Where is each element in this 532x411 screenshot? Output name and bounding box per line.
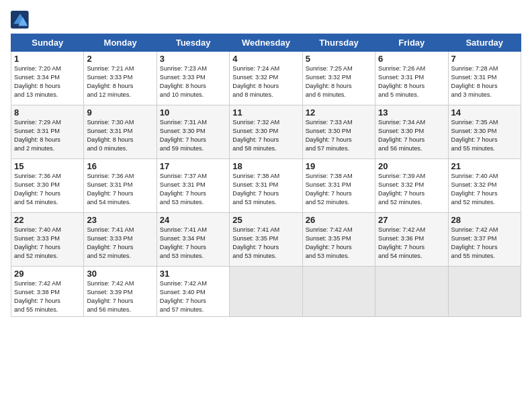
day-info: Sunrise: 7:40 AM Sunset: 3:32 PM Dayligh… [451,172,518,207]
day-info: Sunrise: 7:36 AM Sunset: 3:30 PM Dayligh… [14,172,81,207]
day-number: 14 [451,107,518,118]
calendar-header-row: SundayMondayTuesdayWednesdayThursdayFrid… [11,34,521,52]
logo-icon [11,11,30,30]
day-number: 28 [451,215,518,225]
calendar-cell: 14Sunrise: 7:35 AM Sunset: 3:30 PM Dayli… [448,105,521,159]
calendar-cell [448,267,521,317]
day-info: Sunrise: 7:38 AM Sunset: 3:31 PM Dayligh… [306,172,372,207]
calendar-cell: 9Sunrise: 7:30 AM Sunset: 3:31 PM Daylig… [84,105,157,159]
calendar-cell: 23Sunrise: 7:41 AM Sunset: 3:33 PM Dayli… [84,213,157,267]
day-info: Sunrise: 7:31 AM Sunset: 3:30 PM Dayligh… [160,118,226,153]
weekday-header: Thursday [302,34,375,52]
day-number: 17 [160,161,226,171]
page-header [11,8,521,30]
day-info: Sunrise: 7:30 AM Sunset: 3:31 PM Dayligh… [87,118,153,153]
day-info: Sunrise: 7:37 AM Sunset: 3:31 PM Dayligh… [160,172,226,207]
day-info: Sunrise: 7:26 AM Sunset: 3:31 PM Dayligh… [378,64,445,99]
day-info: Sunrise: 7:23 AM Sunset: 3:33 PM Dayligh… [160,64,226,99]
day-number: 23 [87,215,153,225]
day-info: Sunrise: 7:42 AM Sunset: 3:37 PM Dayligh… [451,226,518,261]
calendar-cell: 26Sunrise: 7:42 AM Sunset: 3:35 PM Dayli… [302,213,375,267]
day-number: 3 [160,54,226,64]
weekday-header: Friday [375,34,448,52]
day-number: 19 [306,161,372,171]
day-number: 9 [87,107,153,118]
day-info: Sunrise: 7:24 AM Sunset: 3:32 PM Dayligh… [232,64,299,99]
day-number: 30 [87,269,153,279]
calendar-cell: 12Sunrise: 7:33 AM Sunset: 3:30 PM Dayli… [302,105,375,159]
day-number: 27 [378,215,445,225]
calendar-cell: 24Sunrise: 7:41 AM Sunset: 3:34 PM Dayli… [157,213,229,267]
weekday-header: Monday [84,34,157,52]
day-number: 2 [87,54,153,64]
calendar-table: SundayMondayTuesdayWednesdayThursdayFrid… [11,34,521,317]
calendar-cell: 19Sunrise: 7:38 AM Sunset: 3:31 PM Dayli… [302,159,375,213]
day-info: Sunrise: 7:42 AM Sunset: 3:36 PM Dayligh… [378,226,445,261]
weekday-header: Sunday [11,34,84,52]
day-info: Sunrise: 7:41 AM Sunset: 3:35 PM Dayligh… [232,226,299,261]
calendar-cell: 15Sunrise: 7:36 AM Sunset: 3:30 PM Dayli… [11,159,84,213]
weekday-header: Tuesday [157,34,229,52]
day-info: Sunrise: 7:39 AM Sunset: 3:32 PM Dayligh… [378,172,445,207]
day-number: 18 [232,161,299,171]
day-number: 25 [232,215,299,225]
day-number: 22 [14,215,81,225]
calendar-cell: 6Sunrise: 7:26 AM Sunset: 3:31 PM Daylig… [375,52,448,105]
day-number: 1 [14,54,81,64]
day-info: Sunrise: 7:32 AM Sunset: 3:30 PM Dayligh… [232,118,299,153]
day-number: 11 [232,107,299,118]
day-number: 7 [451,54,518,64]
day-info: Sunrise: 7:41 AM Sunset: 3:33 PM Dayligh… [87,226,153,261]
day-info: Sunrise: 7:25 AM Sunset: 3:32 PM Dayligh… [306,64,372,99]
page-container: SundayMondayTuesdayWednesdayThursdayFrid… [0,0,532,411]
day-number: 26 [306,215,372,225]
day-info: Sunrise: 7:20 AM Sunset: 3:34 PM Dayligh… [14,64,81,99]
calendar-cell: 18Sunrise: 7:38 AM Sunset: 3:31 PM Dayli… [230,159,302,213]
calendar-cell: 5Sunrise: 7:25 AM Sunset: 3:32 PM Daylig… [302,52,375,105]
calendar-body: 1Sunrise: 7:20 AM Sunset: 3:34 PM Daylig… [11,52,521,317]
calendar-cell: 22Sunrise: 7:40 AM Sunset: 3:33 PM Dayli… [11,213,84,267]
calendar-cell [230,267,302,317]
calendar-cell: 13Sunrise: 7:34 AM Sunset: 3:30 PM Dayli… [375,105,448,159]
calendar-cell: 28Sunrise: 7:42 AM Sunset: 3:37 PM Dayli… [448,213,521,267]
calendar-cell: 11Sunrise: 7:32 AM Sunset: 3:30 PM Dayli… [230,105,302,159]
calendar-cell: 25Sunrise: 7:41 AM Sunset: 3:35 PM Dayli… [230,213,302,267]
weekday-header: Wednesday [230,34,302,52]
calendar-cell: 16Sunrise: 7:36 AM Sunset: 3:31 PM Dayli… [84,159,157,213]
calendar-cell: 21Sunrise: 7:40 AM Sunset: 3:32 PM Dayli… [448,159,521,213]
day-info: Sunrise: 7:28 AM Sunset: 3:31 PM Dayligh… [451,64,518,99]
calendar-cell: 17Sunrise: 7:37 AM Sunset: 3:31 PM Dayli… [157,159,229,213]
day-number: 6 [378,54,445,64]
day-info: Sunrise: 7:34 AM Sunset: 3:30 PM Dayligh… [378,118,445,153]
day-info: Sunrise: 7:35 AM Sunset: 3:30 PM Dayligh… [451,118,518,153]
calendar-cell: 31Sunrise: 7:42 AM Sunset: 3:40 PM Dayli… [157,267,229,317]
calendar-cell: 3Sunrise: 7:23 AM Sunset: 3:33 PM Daylig… [157,52,229,105]
day-number: 31 [160,269,226,279]
calendar-cell: 29Sunrise: 7:42 AM Sunset: 3:38 PM Dayli… [11,267,84,317]
logo [11,11,31,30]
day-info: Sunrise: 7:36 AM Sunset: 3:31 PM Dayligh… [87,172,153,207]
day-number: 13 [378,107,445,118]
calendar-cell: 2Sunrise: 7:21 AM Sunset: 3:33 PM Daylig… [84,52,157,105]
calendar-cell: 1Sunrise: 7:20 AM Sunset: 3:34 PM Daylig… [11,52,84,105]
day-number: 15 [14,161,81,171]
calendar-cell [375,267,448,317]
day-number: 10 [160,107,226,118]
day-info: Sunrise: 7:42 AM Sunset: 3:39 PM Dayligh… [87,279,153,314]
day-info: Sunrise: 7:38 AM Sunset: 3:31 PM Dayligh… [232,172,299,207]
day-number: 5 [306,54,372,64]
day-info: Sunrise: 7:42 AM Sunset: 3:40 PM Dayligh… [160,279,226,314]
calendar-cell: 10Sunrise: 7:31 AM Sunset: 3:30 PM Dayli… [157,105,229,159]
day-number: 16 [87,161,153,171]
calendar-cell: 8Sunrise: 7:29 AM Sunset: 3:31 PM Daylig… [11,105,84,159]
day-number: 20 [378,161,445,171]
day-number: 12 [306,107,372,118]
calendar-cell: 4Sunrise: 7:24 AM Sunset: 3:32 PM Daylig… [230,52,302,105]
day-info: Sunrise: 7:40 AM Sunset: 3:33 PM Dayligh… [14,226,81,261]
day-info: Sunrise: 7:33 AM Sunset: 3:30 PM Dayligh… [306,118,372,153]
weekday-header: Saturday [448,34,521,52]
day-info: Sunrise: 7:42 AM Sunset: 3:38 PM Dayligh… [14,279,81,314]
day-number: 29 [14,269,81,279]
day-number: 24 [160,215,226,225]
calendar-cell [302,267,375,317]
